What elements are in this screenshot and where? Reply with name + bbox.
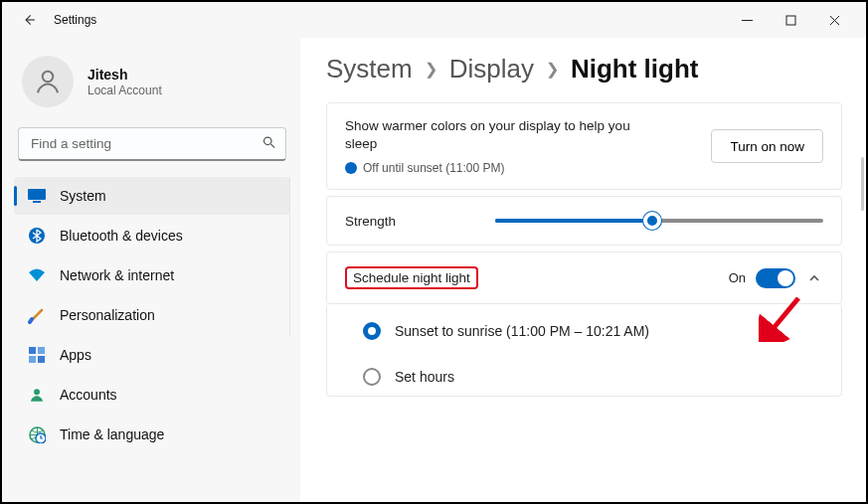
- chevron-right-icon: ❯: [425, 60, 437, 79]
- profile[interactable]: Jitesh Local Account: [14, 46, 290, 125]
- nav-list: System Bluetooth & devices Network & int…: [14, 177, 290, 453]
- search-input[interactable]: [18, 127, 286, 161]
- svg-rect-12: [29, 356, 36, 363]
- search-icon: [261, 135, 276, 154]
- radio-set-hours[interactable]: Set hours: [363, 358, 841, 390]
- svg-rect-1: [786, 16, 795, 25]
- close-button[interactable]: [812, 4, 856, 36]
- slider-thumb[interactable]: [643, 212, 661, 230]
- maximize-button[interactable]: [769, 4, 812, 36]
- strength-label: Strength: [345, 214, 396, 229]
- sidebar-divider: [289, 177, 290, 336]
- brush-icon: [28, 306, 46, 324]
- sidebar-item-label: System: [60, 188, 106, 204]
- scrollbar[interactable]: [861, 157, 864, 211]
- svg-rect-10: [29, 347, 36, 354]
- breadcrumb: System ❯ Display ❯ Night light: [326, 54, 842, 84]
- sidebar: Jitesh Local Account System Bluetooth & …: [2, 38, 300, 502]
- radio-label: Sunset to sunrise (11:00 PM – 10:21 AM): [395, 323, 649, 339]
- schedule-label: Schedule night light: [345, 266, 478, 289]
- display-icon: [28, 187, 46, 205]
- svg-point-4: [43, 72, 54, 83]
- settings-window: Settings Jitesh Local Account: [0, 0, 868, 504]
- svg-rect-11: [38, 347, 45, 354]
- profile-name: Jitesh: [87, 67, 162, 83]
- wifi-icon: [28, 266, 46, 284]
- turn-on-now-button[interactable]: Turn on now: [711, 129, 823, 163]
- info-icon: [345, 162, 357, 174]
- back-button[interactable]: [18, 9, 40, 31]
- schedule-options: Sunset to sunrise (11:00 PM – 10:21 AM) …: [326, 304, 842, 397]
- radio-icon: [363, 368, 381, 386]
- svg-point-14: [34, 389, 40, 395]
- sidebar-item-label: Apps: [60, 347, 91, 363]
- svg-line-6: [270, 144, 274, 148]
- chevron-right-icon: ❯: [546, 60, 559, 79]
- card-strength: Strength: [326, 196, 842, 246]
- bluetooth-icon: [28, 227, 46, 245]
- slider-fill: [495, 219, 652, 223]
- content: Jitesh Local Account System Bluetooth & …: [2, 38, 866, 502]
- crumb-system[interactable]: System: [326, 54, 413, 84]
- svg-rect-7: [28, 189, 46, 200]
- summary-desc: Show warmer colors on your display to he…: [345, 117, 653, 153]
- radio-icon: [363, 322, 381, 340]
- sidebar-item-accounts[interactable]: Accounts: [14, 376, 290, 414]
- radio-label: Set hours: [395, 369, 454, 385]
- sidebar-item-bluetooth[interactable]: Bluetooth & devices: [14, 217, 290, 254]
- sidebar-item-label: Personalization: [60, 307, 155, 323]
- sidebar-item-apps[interactable]: Apps: [14, 336, 290, 374]
- schedule-toggle[interactable]: [756, 268, 795, 288]
- sidebar-item-system[interactable]: System: [14, 177, 290, 215]
- sidebar-item-time[interactable]: Time & language: [14, 416, 290, 453]
- card-summary: Show warmer colors on your display to he…: [326, 102, 842, 190]
- toggle-state-text: On: [729, 270, 746, 285]
- crumb-current: Night light: [571, 54, 699, 84]
- sidebar-item-network[interactable]: Network & internet: [14, 256, 290, 294]
- status-line: Off until sunset (11:00 PM): [345, 161, 653, 175]
- status-text: Off until sunset (11:00 PM): [363, 161, 505, 175]
- sidebar-item-label: Bluetooth & devices: [60, 228, 183, 244]
- search-wrap: [18, 127, 286, 161]
- person-icon: [28, 386, 46, 404]
- sidebar-item-personalization[interactable]: Personalization: [14, 296, 290, 334]
- titlebar: Settings: [2, 2, 866, 38]
- profile-text: Jitesh Local Account: [87, 67, 162, 97]
- sidebar-item-label: Accounts: [60, 387, 117, 403]
- chevron-up-icon[interactable]: [805, 269, 823, 287]
- avatar: [22, 56, 74, 107]
- window-title: Settings: [54, 13, 96, 27]
- card-schedule[interactable]: Schedule night light On: [326, 252, 842, 304]
- globe-clock-icon: [28, 425, 46, 443]
- sidebar-item-label: Network & internet: [60, 267, 174, 283]
- sidebar-item-label: Time & language: [60, 426, 164, 442]
- profile-sub: Local Account: [87, 84, 162, 97]
- svg-rect-13: [38, 356, 45, 363]
- strength-slider[interactable]: [495, 211, 823, 231]
- apps-icon: [28, 346, 46, 364]
- main-panel: System ❯ Display ❯ Night light Show warm…: [300, 38, 866, 502]
- svg-point-5: [264, 137, 272, 145]
- window-controls: [725, 4, 856, 36]
- svg-rect-8: [33, 201, 41, 203]
- minimize-button[interactable]: [725, 4, 769, 36]
- radio-sunset-sunrise[interactable]: Sunset to sunrise (11:00 PM – 10:21 AM): [363, 312, 841, 358]
- crumb-display[interactable]: Display: [449, 54, 534, 84]
